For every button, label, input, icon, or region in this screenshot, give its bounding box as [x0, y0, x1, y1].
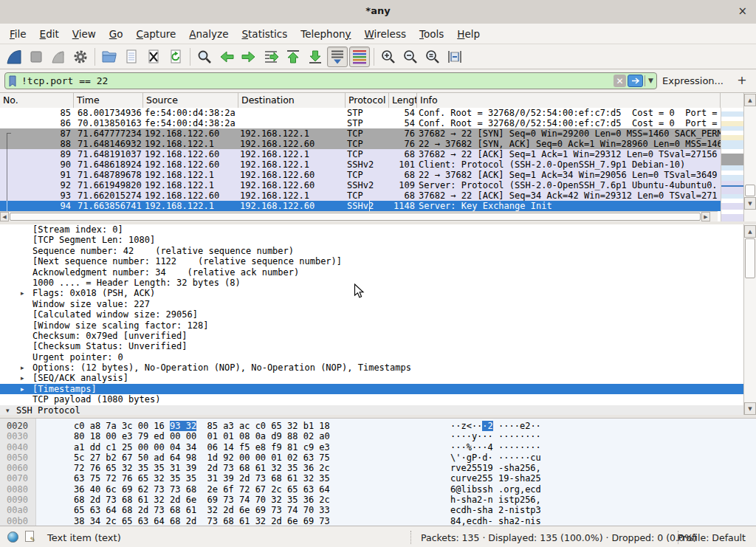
- detail-row[interactable]: [Next sequence number: 1122 (relative se…: [0, 256, 743, 266]
- detail-row[interactable]: [Calculated window size: 29056]: [0, 309, 743, 320]
- capture-options-button[interactable]: [70, 47, 91, 67]
- save-file-button[interactable]: [121, 47, 142, 67]
- resize-columns-button[interactable]: [444, 47, 465, 67]
- scroll-thumb[interactable]: [10, 213, 701, 221]
- bookmark-icon[interactable]: [8, 75, 17, 87]
- column-header-time[interactable]: Time: [74, 93, 143, 108]
- hex-row[interactable]: 007063 75 72 76 65 32 35 35 31 39 2d 73 …: [0, 473, 756, 484]
- reload-file-button[interactable]: [165, 47, 186, 67]
- detail-row[interactable]: ▸[SEQ/ACK analysis]: [0, 373, 743, 383]
- detail-row[interactable]: Window size value: 227: [0, 299, 743, 309]
- detail-row[interactable]: ▸Flags: 0x018 (PSH, ACK): [0, 288, 743, 298]
- menu-item-view[interactable]: View: [66, 24, 103, 44]
- add-filter-button[interactable]: +: [734, 72, 750, 89]
- column-header-protocol[interactable]: Protocol: [346, 93, 389, 108]
- menu-item-edit[interactable]: Edit: [33, 24, 66, 44]
- detail-row[interactable]: TCP payload (1080 bytes): [0, 394, 743, 405]
- menu-item-wireless[interactable]: Wireless: [357, 24, 413, 44]
- hex-row[interactable]: 00505c 27 b2 67 50 ad 64 98 1d 92 00 00 …: [0, 453, 756, 463]
- zoom-original-button[interactable]: [422, 47, 443, 67]
- detail-row[interactable]: Urgent pointer: 0: [0, 352, 743, 362]
- column-header-no[interactable]: No.: [0, 93, 74, 108]
- hex-row[interactable]: 006072 76 65 32 35 35 31 39 2d 73 68 61 …: [0, 463, 756, 473]
- filter-dropdown-icon[interactable]: ▼: [645, 75, 656, 86]
- scroll-up-icon[interactable]: ▲: [744, 94, 756, 106]
- column-header-destination[interactable]: Destination: [238, 93, 346, 108]
- menu-item-tools[interactable]: Tools: [413, 24, 450, 44]
- detail-row[interactable]: ▸Options: (12 bytes), No-Operation (NOP)…: [0, 362, 743, 373]
- hex-row[interactable]: 00a065 63 64 68 2d 73 68 61 32 2d 6e 69 …: [0, 505, 756, 515]
- zoom-in-button[interactable]: [378, 47, 399, 67]
- hex-row[interactable]: 009068 2d 73 68 61 32 2d 6e 69 73 74 70 …: [0, 495, 756, 505]
- detail-row[interactable]: [Window size scaling factor: 128]: [0, 320, 743, 331]
- close-file-button[interactable]: [143, 47, 164, 67]
- packet-row-87[interactable]: 8771.647777234192.168.122.60192.168.122.…: [0, 128, 721, 139]
- go-back-button[interactable]: [216, 47, 237, 67]
- capture-comment-icon[interactable]: [25, 531, 34, 542]
- scroll-left-icon[interactable]: ◀: [0, 212, 9, 221]
- detail-row[interactable]: Checksum: 0x79ed [unverified]: [0, 331, 743, 341]
- hex-row[interactable]: 00b038 34 2c 65 63 64 68 2d 73 68 61 32 …: [0, 516, 756, 526]
- detail-row[interactable]: 1000 .... = Header Length: 32 bytes (8): [0, 278, 743, 288]
- menu-item-capture[interactable]: Capture: [130, 24, 183, 44]
- hex-row[interactable]: 0020c0 a8 7a 3c 00 16 93 32 85 a3 ac c0 …: [0, 421, 756, 431]
- filter-apply-icon[interactable]: [628, 75, 643, 87]
- expander-icon[interactable]: ▾: [6, 405, 10, 416]
- expander-icon[interactable]: ▸: [21, 288, 24, 298]
- scroll-down-icon[interactable]: ▼: [744, 402, 756, 415]
- detail-row[interactable]: [TCP Segment Len: 1080]: [0, 235, 743, 245]
- colorize-button[interactable]: [349, 47, 370, 67]
- packet-minimap[interactable]: [721, 108, 744, 221]
- detail-row[interactable]: ▾SSH Protocol: [0, 405, 743, 416]
- expander-icon[interactable]: ▸: [21, 362, 24, 373]
- filter-clear-icon[interactable]: ✕: [614, 75, 626, 87]
- packet-row-94[interactable]: 9471.663856741192.168.122.1192.168.122.6…: [0, 201, 721, 211]
- detail-row[interactable]: Sequence number: 42 (relative sequence n…: [0, 246, 743, 256]
- title-bar[interactable]: *any ×: [0, 0, 756, 24]
- scroll-thumb[interactable]: [745, 238, 755, 278]
- menu-item-analyze[interactable]: Analyze: [182, 24, 235, 44]
- detail-row[interactable]: Acknowledgment number: 34 (relative ack …: [0, 267, 743, 278]
- packet-row-86[interactable]: 8670.013850163fe:54:00:d4:38:2aSTP54Conf…: [0, 118, 721, 128]
- scroll-right-icon[interactable]: ▶: [701, 212, 710, 221]
- close-icon[interactable]: ×: [738, 4, 747, 18]
- expander-icon[interactable]: ▸: [21, 373, 24, 383]
- packet-row-85[interactable]: 8568.001734936fe:54:00:d4:38:2aSTP54Conf…: [0, 108, 721, 118]
- packet-row-88[interactable]: 8871.648146932192.168.122.1192.168.122.6…: [0, 139, 721, 149]
- column-header-length[interactable]: Length: [389, 93, 417, 108]
- packet-list-hscrollbar[interactable]: ◀ ▶: [0, 211, 718, 221]
- auto-scroll-button[interactable]: [327, 47, 348, 67]
- go-to-top-button[interactable]: [283, 47, 303, 67]
- column-header-info[interactable]: Info: [417, 93, 721, 108]
- menu-item-file[interactable]: File: [3, 24, 33, 44]
- open-file-button[interactable]: [99, 47, 120, 67]
- expander-icon[interactable]: ▸: [21, 384, 24, 394]
- packet-row-92[interactable]: 9271.661949820192.168.122.1192.168.122.6…: [0, 180, 721, 190]
- zoom-out-button[interactable]: [400, 47, 421, 67]
- go-to-packet-button[interactable]: [261, 47, 281, 67]
- menu-item-go[interactable]: Go: [103, 24, 130, 44]
- hex-row[interactable]: 0040a1 dd c1 25 00 00 04 34 06 14 f5 e8 …: [0, 442, 756, 453]
- detail-row[interactable]: [Stream index: 0]: [0, 224, 743, 235]
- detail-row[interactable]: ▸[Timestamps]: [0, 384, 743, 394]
- start-capture-button[interactable]: [4, 47, 24, 67]
- packet-list-vscrollbar[interactable]: ▲ ▼: [743, 93, 756, 221]
- packet-row-90[interactable]: 9071.648618924192.168.122.60192.168.122.…: [0, 159, 721, 170]
- stop-capture-button[interactable]: [26, 47, 47, 67]
- packet-row-93[interactable]: 9371.662015274192.168.122.60192.168.122.…: [0, 190, 721, 201]
- go-forward-button[interactable]: [238, 47, 259, 67]
- detail-row[interactable]: [Checksum Status: Unverified]: [0, 341, 743, 351]
- details-vscrollbar[interactable]: ▲ ▼: [743, 224, 756, 416]
- go-to-bottom-button[interactable]: [305, 47, 326, 67]
- filter-value[interactable]: !tcp.port == 22: [21, 75, 614, 86]
- hex-row[interactable]: 003080 18 00 e3 79 ed 00 00 01 01 08 0a …: [0, 431, 756, 441]
- column-header-source[interactable]: Source: [143, 93, 238, 108]
- filter-input[interactable]: !tcp.port == 22 ✕ ▼: [4, 72, 657, 89]
- status-profile[interactable]: Profile: Default: [677, 532, 746, 543]
- expert-info-icon[interactable]: [7, 531, 18, 543]
- scroll-thumb[interactable]: [745, 185, 755, 196]
- packet-row-91[interactable]: 9171.648789678192.168.122.1192.168.122.6…: [0, 170, 721, 180]
- scroll-down-icon[interactable]: ▼: [744, 197, 756, 210]
- menu-item-telephony[interactable]: Telephony: [294, 24, 357, 44]
- menu-item-help[interactable]: Help: [450, 24, 487, 44]
